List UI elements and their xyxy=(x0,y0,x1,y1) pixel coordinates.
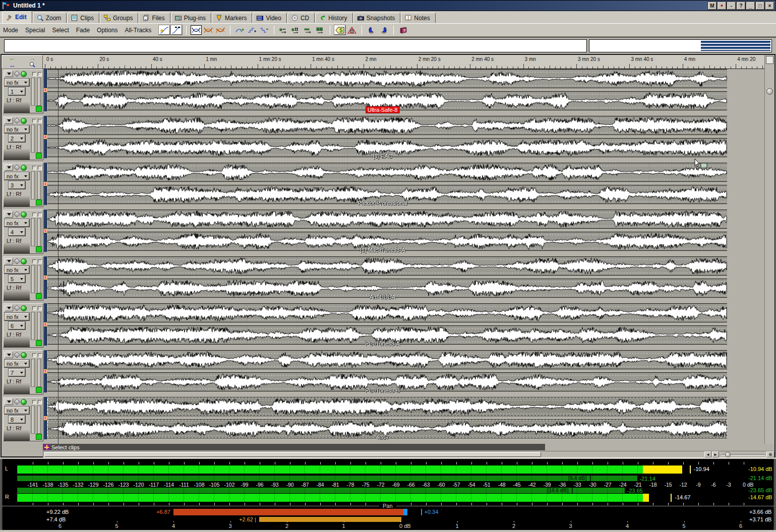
track-clip-lane[interactable]: 4B17 xyxy=(44,397,764,441)
crossfade-shift-icon[interactable] xyxy=(234,25,246,35)
track-fx-dropdown[interactable]: no fx xyxy=(5,266,29,274)
clip-edge-marker[interactable] xyxy=(44,322,47,326)
fader-groove-left[interactable] xyxy=(31,218,35,246)
v-zoom-knob[interactable] xyxy=(766,88,773,95)
tab-files[interactable]: Files xyxy=(139,13,170,23)
track-checkbox-1[interactable] xyxy=(32,119,36,123)
clip-name-label[interactable]: Plexior-Professional xyxy=(358,200,407,206)
track-fx-dropdown[interactable]: no fx xyxy=(5,313,29,320)
crossfade-sym-icon[interactable] xyxy=(203,25,214,35)
track-state-diamond-icon[interactable] xyxy=(14,258,20,264)
fader-groove-right[interactable] xyxy=(37,171,41,200)
fader-groove-left[interactable] xyxy=(31,312,35,340)
scroll-left-button[interactable]: ◄ xyxy=(704,451,711,457)
track-checkbox-2[interactable] xyxy=(38,213,42,217)
track-number-dropdown[interactable]: 8 xyxy=(9,416,25,423)
track-status-ball-icon[interactable] xyxy=(21,352,27,358)
track-checkbox-2[interactable] xyxy=(38,166,42,170)
track-fx-dropdown[interactable]: no fx xyxy=(5,125,29,133)
track-clip-lane[interactable]: Am-CDDA xyxy=(44,256,764,301)
track-fx-dropdown[interactable]: no fx xyxy=(5,360,29,367)
overview-display-left[interactable] xyxy=(4,39,587,52)
track-number-dropdown[interactable]: 5 xyxy=(9,275,25,283)
track-clip-lane[interactable]: Plexior-Professional xyxy=(44,163,764,207)
track-status-ball-icon[interactable] xyxy=(21,71,27,77)
track-number-dropdown[interactable]: 4 xyxy=(9,228,25,236)
lock-icon[interactable] xyxy=(346,25,357,35)
timeline-ruler[interactable]: 0 s20 s40 s1 mn1 mn 20 s1 mn 40 s2 mn2 m… xyxy=(43,55,764,69)
scroll-right-button[interactable]: ► xyxy=(712,451,719,457)
track-active-indicator[interactable] xyxy=(36,153,42,159)
h-scroll-thumb[interactable] xyxy=(44,452,541,457)
track-checkbox-2[interactable] xyxy=(38,259,42,263)
nudge-clip-grid-icon[interactable] xyxy=(290,25,302,35)
track-fx-dropdown[interactable]: no fx xyxy=(5,79,29,86)
fader-groove-left[interactable] xyxy=(31,359,35,387)
h-zoom-knob[interactable] xyxy=(725,452,731,457)
track-state-diamond-icon[interactable] xyxy=(14,352,20,358)
tab-edit[interactable]: Edit xyxy=(2,11,32,23)
track-checkbox-2[interactable] xyxy=(38,400,42,404)
clip-name-label[interactable]: 4B17 xyxy=(376,434,389,440)
clip-edge-marker[interactable] xyxy=(44,276,47,280)
clip-edge-marker[interactable] xyxy=(44,88,47,92)
track-checkbox-1[interactable] xyxy=(32,213,36,217)
tab-markers[interactable]: Markers xyxy=(212,13,252,23)
clip-edge-marker[interactable] xyxy=(44,229,47,233)
playhead-cursor[interactable] xyxy=(58,69,58,444)
nav-back-icon[interactable]: ← xyxy=(9,55,16,61)
minimize-button[interactable]: _ xyxy=(746,2,755,10)
horizontal-scrollbar[interactable]: ◄ ► ⊕ xyxy=(43,451,774,458)
clip-edge-marker[interactable] xyxy=(44,369,47,373)
track-menu-button[interactable] xyxy=(5,398,13,405)
track-number-dropdown[interactable]: 1 xyxy=(9,88,25,95)
waveform-left-channel[interactable] xyxy=(47,163,727,182)
track-clip-lane[interactable]: [1] EAC xyxy=(44,116,764,160)
clip-name-label[interactable]: Ultra-Safe-8 xyxy=(366,106,399,113)
track-active-indicator[interactable] xyxy=(36,200,42,206)
track-fx-dropdown[interactable]: no fx xyxy=(5,172,29,180)
waveform-left-channel[interactable] xyxy=(47,350,727,369)
waveform-left-channel[interactable] xyxy=(47,397,727,416)
track-status-ball-icon[interactable] xyxy=(21,212,27,218)
fader-groove-right[interactable] xyxy=(37,312,41,340)
zoom-tool-icon[interactable] xyxy=(29,61,36,69)
zoom-magnifier-button[interactable]: ⊕ xyxy=(766,451,774,457)
fader-groove-right[interactable] xyxy=(37,406,41,434)
track-clip-lane[interactable]: PC-iTunes3-A xyxy=(44,303,764,348)
track-status-ball-icon[interactable] xyxy=(21,165,27,171)
track-menu-button[interactable] xyxy=(5,164,13,171)
track-menu-button[interactable] xyxy=(5,352,13,358)
track-status-ball-icon[interactable] xyxy=(21,258,27,264)
nudge-clip-left-icon[interactable] xyxy=(278,25,289,35)
waveform-left-channel[interactable] xyxy=(47,116,727,135)
clip-name-label[interactable]: [1] EAC xyxy=(373,153,392,159)
help-book-icon[interactable]: ? xyxy=(398,25,409,35)
shoe-left-icon[interactable] xyxy=(366,25,377,35)
track-number-dropdown[interactable]: 2 xyxy=(9,135,25,142)
fader-groove-left[interactable] xyxy=(31,78,35,106)
midi-button[interactable]: M xyxy=(708,2,717,10)
waveform-left-channel[interactable] xyxy=(47,69,727,88)
crossfade-asym-icon[interactable] xyxy=(215,25,226,35)
fader-groove-right[interactable] xyxy=(37,265,41,293)
track-clip-lane[interactable]: PC-iTunes3-B xyxy=(44,350,764,394)
fit-horizontal-icon[interactable]: ↔ xyxy=(9,62,16,69)
track-checkbox-1[interactable] xyxy=(32,166,36,170)
clip-name-label[interactable]: [1] Mac-iTunes3-A xyxy=(360,247,405,253)
track-active-indicator[interactable] xyxy=(36,340,42,346)
clip-name-label[interactable]: Am-CDDA xyxy=(370,294,395,300)
track-number-dropdown[interactable]: 3 xyxy=(9,181,25,189)
nav-forward-icon[interactable]: → xyxy=(29,55,36,61)
track-active-indicator[interactable] xyxy=(36,434,42,440)
fader-groove-left[interactable] xyxy=(31,124,35,153)
menu-all-tracks[interactable]: All-Tracks xyxy=(125,27,151,34)
track-checkbox-2[interactable] xyxy=(38,72,42,76)
track-state-diamond-icon[interactable] xyxy=(14,117,20,124)
track-fx-dropdown[interactable]: no fx xyxy=(5,407,29,414)
track-state-diamond-icon[interactable] xyxy=(14,305,20,311)
track-menu-button[interactable] xyxy=(5,305,13,311)
menu-select[interactable]: Select xyxy=(52,27,69,34)
track-status-ball-icon[interactable] xyxy=(21,305,27,311)
help-button[interactable]: ? xyxy=(737,2,745,10)
